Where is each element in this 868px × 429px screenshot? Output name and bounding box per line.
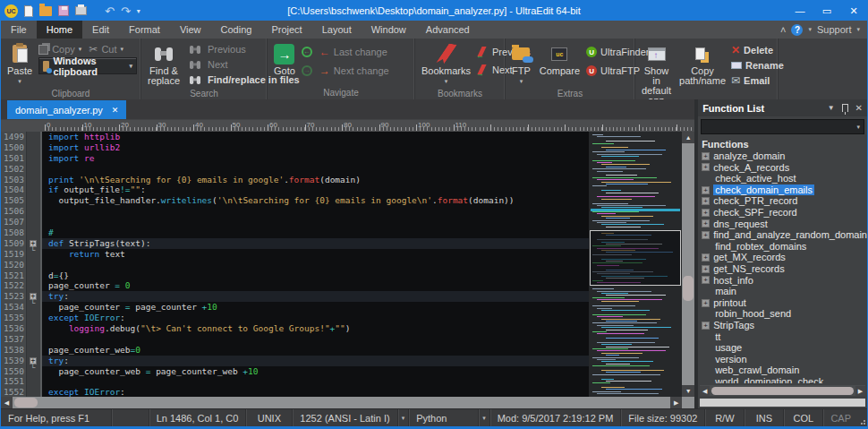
open-file-icon[interactable] (39, 6, 52, 16)
code-text[interactable]: print '\n\tSearching for {0} emails in g… (42, 175, 589, 185)
tab-domain-analyzer[interactable]: domain_analyzer.py ✕ (7, 100, 126, 119)
find-replace-button[interactable]: Find & replace (145, 41, 183, 88)
code-line[interactable]: 1520 (1, 260, 589, 270)
function-item[interactable]: +analyze_domain (702, 150, 867, 162)
fold-margin[interactable] (26, 334, 40, 345)
code-line[interactable]: 1519└ return text (1, 249, 589, 260)
rename-file-button[interactable]: Rename (731, 58, 784, 73)
status-encoding-dropdown-icon[interactable]: ▾ (397, 409, 409, 426)
new-file-icon[interactable] (24, 5, 33, 17)
code-line[interactable]: 1505 output_file_handler.writelines('\n\… (1, 195, 589, 206)
code-line[interactable]: 1502 (1, 164, 589, 175)
menu-item-window[interactable]: Window (362, 21, 416, 39)
function-item[interactable]: +find_and_analyze_random_domain (702, 229, 867, 241)
code-line[interactable]: 1551 (1, 376, 589, 387)
code-line[interactable]: 1503print '\n\tSearching for {0} emails … (1, 175, 589, 185)
function-item[interactable]: +check_A_records (702, 162, 867, 174)
minimap-viewport[interactable] (590, 230, 681, 286)
help-icon[interactable]: ? (791, 24, 803, 36)
function-item[interactable]: tt (702, 331, 867, 343)
code-text[interactable]: except IOError: (42, 313, 589, 323)
function-item[interactable]: +check_SPF_record (702, 207, 867, 219)
fold-margin[interactable] (26, 184, 40, 195)
code-line[interactable]: 1536 logging.debug("\t> Can't connect to… (1, 323, 589, 334)
code-text[interactable]: page_counter_web = page_counter_web +10 (42, 366, 589, 377)
code-text[interactable]: try: (42, 291, 589, 302)
collapse-ribbon-icon[interactable]: ˄ (780, 24, 786, 35)
code-line[interactable]: 1504if output_file!="": (1, 184, 589, 195)
code-text[interactable]: except IOError: (42, 387, 589, 397)
horizontal-scroll-thumb[interactable] (14, 398, 38, 408)
code-line[interactable]: 1537 (1, 334, 589, 345)
scroll-up-icon[interactable]: ▲ (682, 132, 694, 143)
code-line[interactable]: 1501import re (1, 153, 589, 164)
menu-item-edit[interactable]: Edit (82, 21, 119, 39)
code-line[interactable]: 1552except IOError: (1, 387, 589, 397)
fold-margin[interactable] (26, 217, 40, 227)
redo-icon[interactable]: ↷ (121, 5, 131, 17)
code-editor[interactable]: 1499import httplib1500import urllib21501… (1, 132, 694, 397)
code-text[interactable]: page_counter = page_counter +10 (42, 302, 589, 313)
fold-margin[interactable]: └ (26, 302, 40, 313)
status-encoding[interactable]: 1252 (ANSI - Latin I) (292, 409, 396, 426)
code-text[interactable]: page_counter = 0 (42, 280, 589, 291)
panel-close-icon[interactable]: ✕ (855, 103, 863, 113)
menu-item-coding[interactable]: Coding (211, 21, 262, 39)
code-line[interactable]: 1538page_counter_web=0 (1, 345, 589, 356)
status-readwrite-toggle[interactable]: R/W (704, 409, 744, 426)
code-text[interactable]: # (42, 227, 589, 238)
code-text[interactable]: logging.debug("\t> Can't connect to Goog… (42, 323, 589, 334)
code-text[interactable] (42, 206, 589, 217)
undo-icon[interactable]: ↶ (105, 5, 115, 17)
code-line[interactable]: 1523+try: (1, 291, 589, 302)
pin-icon[interactable] (842, 104, 848, 112)
expand-icon[interactable]: + (702, 186, 710, 194)
menu-item-format[interactable]: Format (119, 21, 170, 39)
expand-icon[interactable]: + (702, 209, 710, 217)
save-icon[interactable] (58, 5, 69, 16)
status-insert-toggle[interactable]: INS (744, 409, 783, 426)
scroll-left-icon[interactable]: ◀ (1, 397, 13, 408)
resize-grip[interactable] (858, 409, 867, 426)
code-line[interactable]: 1535except IOError: (1, 313, 589, 323)
scroll-right-icon[interactable]: ▶ (670, 397, 682, 408)
function-list-hscrollbar[interactable]: ◀ ▶ (700, 385, 865, 396)
code-line[interactable]: 1522page_counter = 0 (1, 280, 589, 291)
support-menu[interactable]: Support (817, 24, 852, 35)
code-text[interactable] (42, 376, 589, 387)
function-item[interactable]: robin_hood_send (702, 308, 867, 320)
status-column-mode-toggle[interactable]: COL (783, 409, 822, 426)
code-line[interactable]: 1507 (1, 217, 589, 227)
function-item[interactable]: find_robtex_domains (702, 241, 867, 253)
menu-item-layout[interactable]: Layout (312, 21, 362, 39)
status-language-dropdown-icon[interactable]: ▾ (478, 409, 489, 426)
code-text[interactable]: page_counter_web=0 (42, 345, 589, 356)
function-item[interactable]: +get_MX_records (702, 252, 867, 263)
menu-item-file[interactable]: File (1, 21, 37, 39)
menu-item-view[interactable]: View (170, 21, 211, 39)
code-text[interactable]: d={} (42, 270, 589, 281)
function-item[interactable]: +printout (702, 297, 867, 309)
email-file-button[interactable]: ✉ Email (731, 73, 784, 88)
code-text[interactable]: if output_file!="": (42, 184, 589, 195)
last-change-button[interactable]: ← Last change (319, 45, 387, 59)
code-text[interactable]: output_file_handler.writelines('\n\tSear… (42, 195, 589, 206)
delete-file-button[interactable]: ✕ Delete (731, 43, 784, 57)
function-item[interactable]: +check_domain_emails (702, 184, 867, 196)
fold-margin[interactable] (26, 175, 40, 185)
function-item[interactable]: +get_NS_records (702, 263, 867, 275)
code-text[interactable]: def StripTags(text): (42, 238, 589, 249)
fold-margin[interactable] (26, 206, 40, 217)
menu-item-advanced[interactable]: Advanced (416, 21, 480, 39)
fold-margin[interactable] (26, 313, 40, 323)
expand-icon[interactable]: + (702, 163, 710, 171)
fl-scroll-thumb[interactable] (711, 387, 854, 395)
code-text[interactable] (42, 164, 589, 175)
code-text[interactable]: return text (42, 249, 589, 260)
expand-icon[interactable]: + (702, 231, 710, 239)
panel-menu-icon[interactable]: ▼ (828, 104, 835, 112)
ftp-button[interactable]: FTP▾ (509, 41, 533, 88)
fold-margin[interactable]: └ (26, 366, 40, 377)
navigate-back-icon[interactable]: ← (302, 47, 312, 57)
compare-button[interactable]: uc Compare (537, 41, 583, 88)
